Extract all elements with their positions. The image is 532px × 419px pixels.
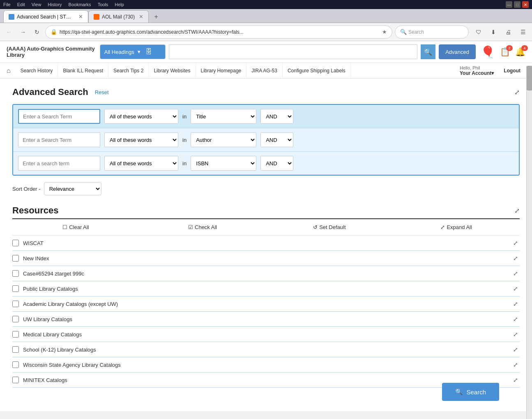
- resource-label-1: New INdex: [23, 255, 509, 262]
- resource-expand-icon-9[interactable]: ⤢: [513, 377, 518, 383]
- tab-close-advanced[interactable]: ✕: [78, 14, 83, 20]
- boolean-select-1[interactable]: AND OR NOT: [260, 109, 293, 124]
- search-term-input-1[interactable]: [18, 109, 100, 124]
- resource-expand-icon-3[interactable]: ⤢: [513, 285, 518, 292]
- heading-select[interactable]: All Headings ▼ 🗄: [100, 44, 166, 59]
- resource-label-8: Wisconsin State Agency Library Catalogs: [23, 362, 509, 368]
- nav-jira[interactable]: JIRA AG-53: [246, 63, 283, 79]
- forward-button[interactable]: →: [17, 26, 29, 38]
- advanced-button[interactable]: Advanced: [439, 44, 476, 59]
- url-bar[interactable]: 🔒 https://qa-stwi-agent.auto-graphics.co…: [45, 25, 392, 39]
- resource-item-4: Academic Library Catalogs (except UW) ⤢: [12, 296, 520, 312]
- nav-configure-shipping[interactable]: Configure Shipping Labels: [283, 63, 351, 79]
- menu-file[interactable]: File: [3, 2, 11, 7]
- resource-item-3: Public Library Catalogs ⤢: [12, 281, 520, 296]
- resource-checkbox-6[interactable]: [12, 331, 19, 338]
- tab-advanced-search[interactable]: Advanced Search | STWI | AAAA ✕: [3, 10, 88, 23]
- in-label-3: in: [182, 160, 187, 167]
- nav-library-websites[interactable]: Library Websites: [149, 63, 196, 79]
- scrollbar-thumb[interactable]: [527, 66, 532, 90]
- refresh-button[interactable]: ↻: [31, 26, 43, 38]
- check-all-button[interactable]: ☑ Check All: [139, 222, 266, 232]
- menu-history[interactable]: History: [48, 2, 62, 7]
- set-default-button[interactable]: ↺ Set Default: [266, 222, 393, 232]
- print-icon[interactable]: 🖨: [502, 26, 514, 38]
- scrollbar[interactable]: [526, 66, 532, 419]
- home-icon[interactable]: ⌂: [7, 67, 11, 74]
- toolbar-icons: 🛡 ⬇ 🖨 ☰: [473, 26, 529, 38]
- logout-button[interactable]: Logout: [499, 68, 525, 74]
- resource-checkbox-9[interactable]: [12, 377, 19, 383]
- browser-search-box[interactable]: 🔍 Search: [395, 25, 469, 39]
- nav-library-homepage[interactable]: Library Homepage: [196, 63, 247, 79]
- resource-checkbox-8[interactable]: [12, 361, 19, 368]
- maximize-button[interactable]: □: [514, 1, 520, 8]
- advanced-search-expand-icon[interactable]: ⤢: [514, 88, 520, 96]
- boolean-select-3[interactable]: AND OR NOT: [260, 156, 293, 171]
- resources-title-row: Resources ⤢: [12, 205, 520, 219]
- word-match-select-3[interactable]: All of these words Any of these words No…: [104, 156, 178, 171]
- resource-checkbox-3[interactable]: [12, 285, 19, 292]
- shield-icon[interactable]: 🛡: [473, 26, 484, 38]
- menu-bookmarks[interactable]: Bookmarks: [69, 2, 91, 7]
- boolean-select-2[interactable]: AND OR NOT: [260, 132, 293, 147]
- resource-expand-icon-4[interactable]: ⤢: [513, 301, 518, 307]
- close-button[interactable]: ✕: [522, 1, 529, 8]
- expand-all-label: Expand All: [447, 224, 472, 230]
- tab-close-aol[interactable]: ✕: [139, 14, 143, 20]
- resource-expand-icon-7[interactable]: ⤢: [513, 346, 518, 353]
- word-match-select-2[interactable]: All of these words Any of these words No…: [104, 132, 178, 147]
- tab-bar: Advanced Search | STWI | AAAA ✕ AOL Mail…: [0, 9, 532, 23]
- resource-checkbox-4[interactable]: [12, 301, 19, 307]
- menu-edit[interactable]: Edit: [17, 2, 25, 7]
- sort-order-select[interactable]: Relevance Title A-Z Title Z-A Date Newes…: [44, 182, 101, 195]
- resource-expand-icon-0[interactable]: ⤢: [513, 240, 518, 246]
- tab-label-aol: AOL Mail (730): [102, 14, 135, 20]
- resources-expand-icon[interactable]: ⤢: [514, 207, 520, 215]
- resource-expand-icon-6[interactable]: ⤢: [513, 331, 518, 338]
- resource-label-9: MINITEX Catalogs: [23, 377, 509, 383]
- window-controls: — □ ✕: [506, 1, 529, 8]
- back-button[interactable]: ←: [3, 26, 15, 38]
- word-match-select-1[interactable]: All of these words Any of these words No…: [104, 109, 178, 124]
- bell-area: 🔔 4: [515, 47, 525, 57]
- tab-favicon-advanced: [9, 14, 14, 20]
- menu-view[interactable]: View: [32, 2, 41, 7]
- search-term-input-3[interactable]: [18, 156, 100, 171]
- menu-help[interactable]: Help: [115, 2, 124, 7]
- resources-controls: ☐ Clear All ☑ Check All ↺ Set Default ⤢ …: [12, 219, 520, 236]
- resource-checkbox-1[interactable]: [12, 255, 19, 262]
- reset-link[interactable]: Reset: [95, 89, 109, 95]
- resource-expand-icon-8[interactable]: ⤢: [513, 361, 518, 368]
- field-select-1[interactable]: Title Author Subject ISBN Keyword: [191, 109, 256, 124]
- menu-tools[interactable]: Tools: [98, 2, 108, 7]
- resource-expand-icon-2[interactable]: ⤢: [513, 270, 518, 277]
- resource-expand-icon-5[interactable]: ⤢: [513, 316, 518, 322]
- resource-checkbox-0[interactable]: [12, 240, 19, 246]
- new-tab-button[interactable]: +: [150, 11, 162, 23]
- search-term-input-2[interactable]: [18, 132, 100, 147]
- nav-blank-ill[interactable]: Blank ILL Request: [58, 63, 108, 79]
- minimize-button[interactable]: —: [506, 1, 512, 8]
- download-icon[interactable]: ⬇: [488, 26, 499, 38]
- nav-search-tips[interactable]: Search Tips 2: [108, 63, 149, 79]
- nav-search-history[interactable]: Search History: [16, 63, 58, 79]
- resource-checkbox-2[interactable]: [12, 270, 19, 277]
- resource-expand-icon-1[interactable]: ⤢: [513, 255, 518, 262]
- search-button[interactable]: 🔍 Search: [442, 383, 499, 401]
- main-search-button[interactable]: 🔍: [421, 44, 435, 59]
- tab-aol-mail[interactable]: AOL Mail (730) ✕: [88, 10, 149, 23]
- expand-all-button[interactable]: ⤢ Expand All: [393, 222, 520, 232]
- field-select-2[interactable]: Author Title Subject ISBN Keyword: [191, 132, 256, 147]
- resource-checkbox-5[interactable]: [12, 316, 19, 322]
- field-select-3[interactable]: ISBN Title Author Subject Keyword: [191, 156, 256, 171]
- main-search-input[interactable]: [169, 44, 417, 59]
- menu-bar: const pdata = JSON.parse(document.getEle…: [3, 2, 506, 7]
- tab-label-advanced: Advanced Search | STWI | AAAA: [17, 14, 74, 20]
- clear-all-button[interactable]: ☐ Clear All: [12, 222, 139, 232]
- resource-checkbox-7[interactable]: [12, 346, 19, 353]
- resource-item-7: School (K-12) Library Catalogs ⤢: [12, 342, 520, 357]
- search-row-3: All of these words Any of these words No…: [13, 152, 519, 175]
- menu-icon[interactable]: ☰: [517, 26, 529, 38]
- account-name[interactable]: Your Account▾: [460, 70, 494, 76]
